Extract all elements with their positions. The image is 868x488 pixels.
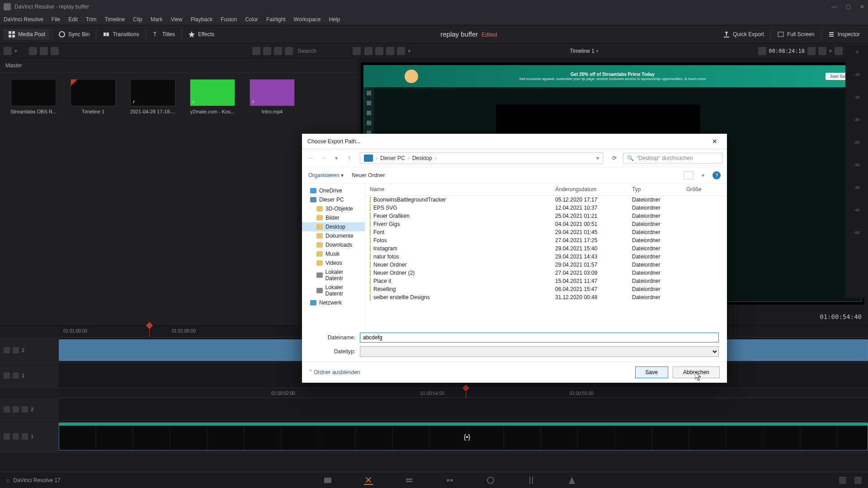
tree-item[interactable]: Downloads <box>302 240 365 249</box>
menu-help[interactable]: Help <box>329 16 340 23</box>
menu-workspace[interactable]: Workspace <box>294 16 321 23</box>
transitions-button[interactable]: Transitions <box>98 29 143 40</box>
close-button[interactable]: ✕ <box>860 4 864 10</box>
bypass-icon[interactable] <box>835 47 843 55</box>
help-button[interactable]: ? <box>712 171 721 179</box>
media-clip[interactable]: ♪Intro.mp4 <box>245 79 299 114</box>
breadcrumb[interactable]: Dieser PC <box>380 155 405 161</box>
marker-icon[interactable]: {•} <box>464 433 470 441</box>
tree-item[interactable]: Bilder <box>302 213 365 222</box>
loop-icon[interactable] <box>758 47 766 55</box>
track-lock-icon[interactable] <box>22 406 28 413</box>
address-bar[interactable]: › Dieser PC › Desktop › ▾ <box>360 152 603 164</box>
refresh-button[interactable]: ⟳ <box>609 155 619 161</box>
list-item[interactable]: Font29.04.2021 01:45Dateiordner <box>365 228 727 236</box>
menu-mark[interactable]: Mark <box>151 16 163 23</box>
tc-opt-icon[interactable] <box>818 47 826 55</box>
tree-item[interactable]: Netzwerk <box>302 298 365 307</box>
menu-davinci-resolve[interactable]: DaVinci Resolve <box>4 16 43 23</box>
tree-item[interactable]: OneDrive <box>302 186 365 195</box>
viewer-opt3-icon[interactable] <box>386 47 394 55</box>
tree-item[interactable]: Dokumente <box>302 231 365 240</box>
track-mute-icon[interactable] <box>4 433 10 440</box>
tree-item[interactable]: Musik <box>302 249 365 258</box>
audio-video-clip[interactable] <box>59 422 868 450</box>
bin-list-icon[interactable] <box>4 47 12 55</box>
track-lock-icon[interactable] <box>22 433 28 440</box>
maximize-button[interactable]: ▢ <box>846 4 851 10</box>
list-item[interactable]: EPS SVG12.04.2021 10:37Dateiordner <box>365 204 727 212</box>
menu-trim[interactable]: Trim <box>86 16 97 23</box>
titles-button[interactable]: T Titles <box>148 29 179 40</box>
cancel-button[interactable]: Abbrechen <box>673 366 720 378</box>
strip-view-icon[interactable] <box>274 47 282 55</box>
tree-item[interactable]: Lokaler Datentr <box>302 283 365 298</box>
refresh-icon[interactable] <box>51 47 59 55</box>
track-lock-icon[interactable] <box>4 347 10 353</box>
list-item[interactable]: Neuer Ordner (2)27.04.2021 03:09Dateiord… <box>365 269 727 277</box>
nav-forward-button[interactable]: → <box>319 155 328 161</box>
list-item[interactable]: Reselling06.04.2021 15:47Dateiordner <box>365 285 727 293</box>
track-solo-icon[interactable] <box>13 433 19 440</box>
organize-button[interactable]: Organisieren ▾ <box>308 172 344 178</box>
match-frame-icon[interactable] <box>807 47 816 55</box>
overview-playhead[interactable] <box>149 326 150 337</box>
view-mode-button[interactable] <box>684 171 693 179</box>
new-folder-button[interactable]: Neuer Ordner <box>352 172 385 178</box>
track-tools-icon[interactable] <box>13 347 19 353</box>
edit-page-icon[interactable] <box>405 476 414 485</box>
effects-button[interactable]: Effects <box>184 29 219 40</box>
import-folder-icon[interactable] <box>40 47 48 55</box>
menu-color[interactable]: Color <box>245 16 258 23</box>
inspector-button[interactable]: Inspector <box>823 29 864 40</box>
list-item[interactable]: Neuer Ordner29.04.2021 01:57Dateiordner <box>365 261 727 269</box>
file-list[interactable]: Name Änderungsdatum Typ Größe BoonwinsBa… <box>365 183 727 328</box>
fusion-page-icon[interactable] <box>445 476 454 485</box>
project-manager-icon[interactable] <box>839 477 846 484</box>
menu-edit[interactable]: Edit <box>68 16 78 23</box>
search-icon[interactable] <box>285 47 293 55</box>
deliver-page-icon[interactable] <box>567 476 576 485</box>
media-clip[interactable]: ♪y2mate.com - Kos... <box>185 79 240 114</box>
full-screen-button[interactable]: Full Screen <box>773 29 819 40</box>
color-page-icon[interactable] <box>486 476 495 485</box>
nav-up-button[interactable]: ↑ <box>344 155 354 161</box>
viewer-opt1-icon[interactable] <box>364 47 373 55</box>
media-clip[interactable]: Timeline 1 <box>66 79 120 114</box>
list-item[interactable]: instagram29.04.2021 15:40Dateiordner <box>365 244 727 253</box>
filetype-select[interactable] <box>360 346 719 357</box>
search-input[interactable] <box>296 46 350 56</box>
list-header[interactable]: Name Änderungsdatum Typ Größe <box>365 183 727 196</box>
folder-tree[interactable]: OneDriveDieser PC3D-ObjekteBilderDesktop… <box>302 183 365 328</box>
dialog-search-input[interactable]: 🔍 "Desktop" durchsuchen <box>623 153 722 164</box>
tree-item[interactable]: Dieser PC <box>302 195 365 204</box>
track-mute-icon[interactable] <box>4 406 10 413</box>
menu-fairlight[interactable]: Fairlight <box>266 16 286 23</box>
hide-folders-button[interactable]: ˄ Ordner ausblenden <box>309 369 360 375</box>
import-icon[interactable] <box>29 47 37 55</box>
save-button[interactable]: Save <box>635 366 668 378</box>
list-item[interactable]: Place it15.04.2021 11:47Dateiordner <box>365 277 727 285</box>
cut-page-icon[interactable] <box>364 476 373 485</box>
media-pool-button[interactable]: Media Pool <box>4 29 50 40</box>
minimize-button[interactable]: — <box>831 4 837 10</box>
home-icon[interactable]: ⌂ <box>6 477 9 483</box>
menu-clip[interactable]: Clip <box>133 16 142 23</box>
viewer-opt2-icon[interactable] <box>375 47 383 55</box>
menu-view[interactable]: View <box>171 16 183 23</box>
tree-item[interactable]: Videos <box>302 258 365 267</box>
detail-playhead[interactable] <box>466 388 466 398</box>
track-lock-icon[interactable] <box>4 372 10 379</box>
viewer-opt4-icon[interactable] <box>397 47 405 55</box>
tree-item[interactable]: 3D-Objekte <box>302 204 365 213</box>
quick-export-button[interactable]: Quick Export <box>718 29 769 40</box>
breadcrumb[interactable]: Desktop <box>412 155 432 161</box>
list-item[interactable]: selber erstellte Designs31.12.2020 00:48… <box>365 293 727 301</box>
media-clip[interactable]: Streamlabs OBS R... <box>6 79 61 114</box>
sort-icon[interactable] <box>353 47 361 55</box>
menu-timeline[interactable]: Timeline <box>104 16 125 23</box>
list-item[interactable]: Fotos27.04.2021 17:25Dateiordner <box>365 236 727 244</box>
sync-bin-button[interactable]: Sync Bin <box>54 29 94 40</box>
filename-input[interactable] <box>360 333 719 343</box>
list-view-icon[interactable] <box>263 47 271 55</box>
